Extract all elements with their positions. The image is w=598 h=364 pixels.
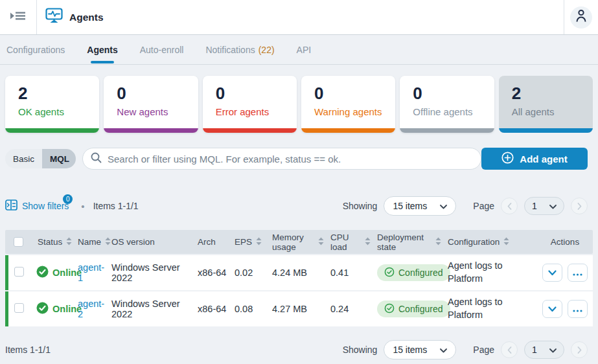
check-circle-icon <box>384 267 395 279</box>
status-online-icon <box>36 266 49 280</box>
arch-cell: x86-64 <box>191 267 228 278</box>
chevron-down-icon <box>440 345 447 355</box>
tab-api[interactable]: API <box>297 36 312 64</box>
warning-agents-count: 0 <box>314 84 395 103</box>
column-header-actions: Actions <box>537 237 593 247</box>
tab-configurations[interactable]: Configurations <box>6 36 65 64</box>
card-new-agents[interactable]: 0 New agents <box>104 76 198 133</box>
chevron-down-icon <box>549 345 557 355</box>
offline-agents-count: 0 <box>413 84 494 103</box>
next-page-button[interactable] <box>571 341 588 358</box>
add-agent-button[interactable]: Add agent <box>481 148 588 170</box>
user-icon <box>575 9 587 25</box>
expand-row-button[interactable] <box>542 300 562 318</box>
page-label: Page <box>473 345 494 355</box>
search-input[interactable] <box>108 154 473 165</box>
sidebar-expand-icon <box>10 10 26 24</box>
row-actions-menu-button[interactable] <box>568 264 588 282</box>
card-warning-agents[interactable]: 0 Warning agents <box>301 76 395 133</box>
app-title: Agents <box>45 8 104 27</box>
tab-notifications[interactable]: Notifications (22) <box>205 36 274 64</box>
all-agents-color-bar <box>499 128 593 133</box>
chevron-down-icon <box>548 267 557 278</box>
page-number-select[interactable]: 1 <box>524 197 564 215</box>
top-bar-right <box>564 0 598 34</box>
row-checkbox[interactable] <box>14 267 24 277</box>
check-circle-icon <box>384 303 395 315</box>
separator-dot: • <box>81 201 84 212</box>
chevron-down-icon <box>440 201 447 211</box>
previous-page-button[interactable] <box>501 198 518 214</box>
sort-icon <box>435 237 441 247</box>
agents-monitor-icon <box>45 8 63 27</box>
search-box[interactable] <box>82 148 481 170</box>
previous-page-button[interactable] <box>501 341 518 358</box>
tab-agents[interactable]: Agents <box>87 36 117 64</box>
page-label: Page <box>473 201 494 211</box>
error-agents-count: 0 <box>216 84 297 103</box>
items-range-text: Items 1-1/1 <box>93 201 139 211</box>
memory-usage-cell: 4.27 MB <box>266 304 324 314</box>
error-agents-color-bar <box>203 128 297 133</box>
sidebar-toggle-button[interactable] <box>0 0 37 34</box>
column-header-eps[interactable]: EPS <box>228 237 266 247</box>
column-header-name[interactable]: Name <box>71 237 105 247</box>
configuration-cell: Agent logs to Platform <box>441 260 537 285</box>
ellipsis-icon <box>573 304 582 314</box>
offline-agents-color-bar <box>400 128 494 133</box>
card-offline-agents[interactable]: 0 Offline agents <box>400 76 494 133</box>
select-all-checkbox[interactable] <box>14 237 23 247</box>
chevron-down-icon <box>549 201 557 211</box>
column-header-os-version: OS version <box>105 237 191 247</box>
search-mode-toggle: Basic MQL <box>5 149 76 168</box>
show-filters-link[interactable]: Show filters 0 <box>5 199 69 212</box>
list-toolbar: Show filters 0 • Items 1-1/1 Showing 15 … <box>5 196 588 216</box>
arch-cell: x86-64 <box>191 304 228 314</box>
configuration-cell: Agent logs to Platform <box>441 296 537 321</box>
ok-agents-count: 2 <box>18 84 99 103</box>
sort-icon <box>256 237 262 247</box>
expand-row-button[interactable] <box>542 264 562 282</box>
os-version-cell: Windows Server 2022 <box>105 262 191 283</box>
search-row: Basic MQL Add agent <box>5 148 588 170</box>
memory-usage-cell: 4.24 MB <box>266 267 324 278</box>
chevron-down-icon <box>548 304 557 314</box>
page-size-select[interactable]: 15 items <box>384 340 456 359</box>
column-header-cpu-load[interactable]: CPU load <box>324 233 371 252</box>
ok-agents-label: OK agents <box>18 106 99 117</box>
eps-cell: 0.08 <box>228 304 266 314</box>
card-ok-agents[interactable]: 2 OK agents <box>5 76 99 133</box>
showing-label: Showing <box>343 345 378 355</box>
page-size-select[interactable]: 15 items <box>384 196 456 216</box>
user-menu-button[interactable] <box>570 6 592 28</box>
basic-mode-button[interactable]: Basic <box>5 149 42 168</box>
column-header-configuration[interactable]: Configuration <box>441 237 537 247</box>
status-cell: Online <box>31 302 71 316</box>
actions-cell <box>537 300 593 318</box>
card-error-agents[interactable]: 0 Error agents <box>203 76 297 133</box>
cpu-load-cell: 0.24 <box>324 304 371 314</box>
agent-name-link[interactable]: agent-1 <box>78 262 104 283</box>
header-checkbox-cell <box>5 237 31 247</box>
page-title: Agents <box>69 12 104 23</box>
warning-agents-label: Warning agents <box>314 106 395 117</box>
row-checkbox[interactable] <box>14 303 24 313</box>
card-all-agents[interactable]: 2 All agents <box>499 76 593 133</box>
column-header-memory-usage[interactable]: Memory usage <box>266 233 324 252</box>
agent-name-link[interactable]: agent-2 <box>78 299 104 319</box>
page-number-select[interactable]: 1 <box>524 341 564 359</box>
row-actions-menu-button[interactable] <box>568 300 588 318</box>
showing-label: Showing <box>343 201 378 211</box>
agent-name-cell: agent-1 <box>71 262 105 283</box>
ellipsis-icon <box>573 267 582 278</box>
tab-auto-enroll[interactable]: Auto-enroll <box>140 36 184 64</box>
eps-cell: 0.02 <box>228 267 266 278</box>
pagination-bottom: Showing 15 items Page 1 <box>343 340 588 359</box>
column-header-status[interactable]: Status <box>31 237 71 247</box>
warning-agents-color-bar <box>301 128 395 133</box>
mql-mode-button[interactable]: MQL <box>42 149 76 168</box>
agents-table: Status Name OS version Arch EPS Memory u… <box>5 230 593 326</box>
column-header-deployment-state[interactable]: Deployment state <box>371 233 441 252</box>
next-page-button[interactable] <box>571 198 588 214</box>
top-bar: Agents <box>0 0 598 35</box>
